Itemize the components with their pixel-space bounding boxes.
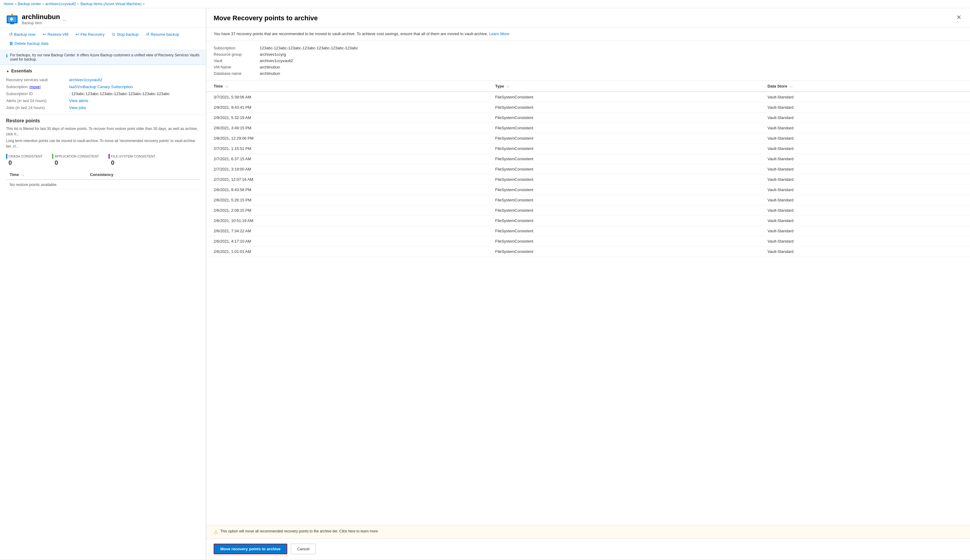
panel-time-header[interactable]: Time ↑↓ xyxy=(206,81,488,92)
panel-row-time: 2/9/2021, 5:32:19 AM xyxy=(206,112,488,123)
more-options-button[interactable]: ... xyxy=(62,17,66,22)
panel-row-time: 2/7/2021, 1:15:51 PM xyxy=(206,143,488,153)
stop-backup-button[interactable]: ⊙ Stop backup xyxy=(109,30,142,38)
table-row-no-data: No restore points available. xyxy=(6,180,200,190)
panel-data-store-header[interactable]: Data Store ↑↓ xyxy=(760,81,970,92)
restore-section-title: Restore points xyxy=(6,118,200,123)
subscription-value: IaaSVmBackup Canary Subscription xyxy=(69,84,200,90)
vm-name-field-value: archlinubun xyxy=(260,65,963,69)
info-banner-text: For backups, try our new Backup Center. … xyxy=(10,53,200,62)
panel-type-sort-icon: ↑↓ xyxy=(506,85,509,88)
panel-row-data-store: Vault-Standard xyxy=(760,185,970,195)
jobs-link[interactable]: View jobs xyxy=(69,105,86,110)
panel-row-time: 2/6/2021, 2:08:15 PM xyxy=(206,205,488,215)
subscription-move-link[interactable]: move xyxy=(30,85,40,89)
consistency-stats: CRASH CONSISTENT 0 APPLICATION CONSISTEN… xyxy=(6,154,200,166)
alerts-link[interactable]: View alerts xyxy=(69,98,88,103)
panel-table-row: 2/8/2021, 12:29:06 PM FileSystemConsiste… xyxy=(206,133,970,143)
panel-table-row: 2/7/2021, 12:07:16 AM FileSystemConsiste… xyxy=(206,174,970,185)
stop-backup-label: Stop backup xyxy=(117,32,139,37)
panel-row-data-store: Vault-Standard xyxy=(760,92,970,102)
panel-type-header[interactable]: Type ↑↓ xyxy=(488,81,760,92)
panel-row-data-store: Vault-Standard xyxy=(760,164,970,174)
cancel-button[interactable]: Cancel xyxy=(291,543,316,554)
crash-consistent-value: 0 xyxy=(6,159,42,166)
svg-rect-2 xyxy=(10,23,14,24)
info-icon: ℹ xyxy=(6,53,8,58)
essentials-header[interactable]: ▲ Essentials xyxy=(6,68,200,73)
subscription-field-value: 123abc-123abc-123abc-123abc-123abc-123ab… xyxy=(260,46,963,50)
backup-now-label: Backup now xyxy=(14,32,35,37)
file-consistent-value: 0 xyxy=(109,159,155,166)
panel-table-row: 2/9/2021, 9:43:41 PM FileSystemConsisten… xyxy=(206,102,970,112)
panel-row-type: FileSystemConsistent xyxy=(488,185,760,195)
file-recovery-button[interactable]: ↩ File Recovery xyxy=(72,30,107,38)
file-recovery-icon: ↩ xyxy=(75,32,79,37)
restore-vm-button[interactable]: ↩ Restore VM xyxy=(40,30,72,38)
alerts-value: View alerts xyxy=(69,98,200,103)
breadcrumb-backup-items[interactable]: Backup Items (Azure Virtual Machine) xyxy=(80,2,141,6)
panel-row-data-store: Vault-Standard xyxy=(760,195,970,205)
breadcrumb-home[interactable]: Home xyxy=(3,2,13,6)
panel-row-type: FileSystemConsistent xyxy=(488,112,760,123)
panel-row-time: 2/8/2021, 3:49:15 PM xyxy=(206,123,488,133)
subscription-link[interactable]: IaaSVmBackup Canary Subscription xyxy=(69,85,133,89)
resume-backup-button[interactable]: ↺ Resume backup xyxy=(143,30,182,38)
panel-data-store-sort-icon: ↑↓ xyxy=(790,85,793,88)
breadcrumb-backup-center[interactable]: Backup center xyxy=(18,2,41,6)
file-recovery-label: File Recovery xyxy=(80,32,104,37)
learn-more-link[interactable]: Learn More xyxy=(489,32,509,36)
backup-now-button[interactable]: ↺ Backup now xyxy=(6,30,38,38)
panel-description: You have 37 recovery points that are rec… xyxy=(206,27,970,41)
move-recovery-points-button[interactable]: Move recovery points to archive xyxy=(214,543,287,554)
info-banner: ℹ For backups, try our new Backup Center… xyxy=(0,50,206,65)
resource-group-field-value: archivev1ccyrg xyxy=(260,52,963,57)
subscription-id-value: : 123abc-123abc-123abc-123abc-123abc-123… xyxy=(69,91,200,97)
panel-row-data-store: Vault-Standard xyxy=(760,123,970,133)
panel-table-row: 2/6/2021, 1:01:01 AM FileSystemConsisten… xyxy=(206,246,970,257)
restore-desc-2: Long term retention points can be moved … xyxy=(6,138,200,149)
jobs-value: View jobs xyxy=(69,105,200,110)
time-column-header[interactable]: Time ↑↓ xyxy=(6,170,86,180)
breadcrumb-sep-1: > xyxy=(15,2,17,6)
panel-row-time: 3/7/2021, 5:39:06 AM xyxy=(206,92,488,102)
panel-row-time: 2/6/2021, 10:51:19 AM xyxy=(206,215,488,226)
panel-row-time: 2/6/2021, 5:26:15 PM xyxy=(206,195,488,205)
panel-title: Move Recovery points to archive xyxy=(214,14,318,22)
vm-name-field-label: VM Name xyxy=(214,65,256,69)
panel-row-data-store: Vault-Standard xyxy=(760,205,970,215)
panel-table: Time ↑↓ Type ↑↓ Data Store ↑↓ xyxy=(206,81,970,257)
panel-row-data-store: Vault-Standard xyxy=(760,102,970,112)
panel-table-row: 2/7/2021, 1:15:51 PM FileSystemConsisten… xyxy=(206,143,970,153)
panel-row-time: 2/7/2021, 3:19:00 AM xyxy=(206,164,488,174)
panel-table-container: Time ↑↓ Type ↑↓ Data Store ↑↓ xyxy=(206,81,970,525)
toolbar: ↺ Backup now ↩ Restore VM ↩ File Recover… xyxy=(0,28,206,50)
left-panel: archlinubun Backup Item ... ↺ Backup now… xyxy=(0,8,206,559)
breadcrumb-sep-2: > xyxy=(42,2,44,6)
panel-row-type: FileSystemConsistent xyxy=(488,153,760,164)
stop-backup-icon: ⊙ xyxy=(112,32,115,37)
breadcrumb-sep-4: > xyxy=(143,2,145,6)
breadcrumb-vault[interactable]: archivev1ccyvault2 xyxy=(45,2,76,6)
panel-info: Subscription 123abc-123abc-123abc-123abc… xyxy=(206,41,970,81)
vm-icon xyxy=(6,13,18,25)
vault-label: Recovery services vault xyxy=(6,77,67,83)
backup-now-icon: ↺ xyxy=(9,32,13,37)
panel-row-time: 2/6/2021, 8:43:58 PM xyxy=(206,185,488,195)
file-consistent-stat: FILE-SYSTEM CONSISTENT 0 xyxy=(109,154,155,166)
essentials-grid: Recovery services vault archivev1ccyvaul… xyxy=(6,77,200,110)
panel-table-row: 2/6/2021, 4:17:10 AM FileSystemConsisten… xyxy=(206,236,970,246)
panel-row-data-store: Vault-Standard xyxy=(760,174,970,185)
panel-time-sort-icon: ↑↓ xyxy=(225,85,228,88)
panel-row-type: FileSystemConsistent xyxy=(488,205,760,215)
panel-close-button[interactable]: ✕ xyxy=(955,14,963,20)
panel-row-time: 2/6/2021, 4:17:10 AM xyxy=(206,236,488,246)
database-name-field-label: Database name xyxy=(214,71,256,76)
panel-table-row: 2/6/2021, 7:34:22 AM FileSystemConsisten… xyxy=(206,226,970,236)
panel-row-type: FileSystemConsistent xyxy=(488,236,760,246)
delete-backup-data-button[interactable]: 🗑 Delete backup data xyxy=(6,39,52,47)
alerts-label: Alerts (in last 24 hours) xyxy=(6,98,67,103)
vault-link[interactable]: archivev1ccyvault2 xyxy=(69,78,102,82)
panel-row-data-store: Vault-Standard xyxy=(760,133,970,143)
resource-group-field-label: Resource group xyxy=(214,52,256,57)
